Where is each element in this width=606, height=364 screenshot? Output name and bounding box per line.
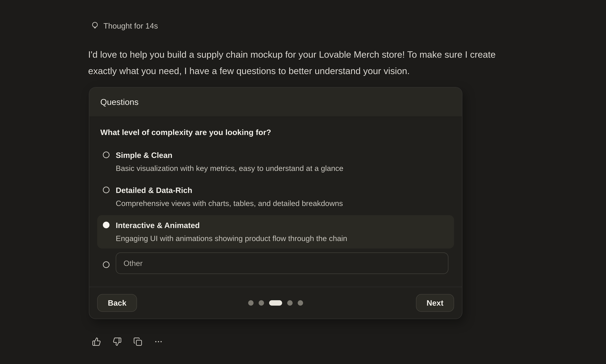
pagination-dot bbox=[298, 300, 303, 306]
radio-unselected-icon[interactable] bbox=[103, 261, 109, 268]
option-title: Simple & Clean bbox=[116, 149, 343, 162]
copy-button[interactable] bbox=[133, 337, 142, 346]
more-options-icon bbox=[154, 337, 163, 346]
option-title: Detailed & Data-Rich bbox=[116, 184, 343, 197]
option-description: Comprehensive views with charts, tables,… bbox=[116, 197, 343, 210]
option-detailed-data-rich[interactable]: Detailed & Data-Rich Comprehensive views… bbox=[97, 180, 454, 213]
questions-card-body: What level of complexity are you looking… bbox=[89, 117, 462, 287]
pagination-dot bbox=[287, 300, 293, 306]
option-simple-clean[interactable]: Simple & Clean Basic visualization with … bbox=[97, 145, 454, 178]
option-description: Engaging UI with animations showing prod… bbox=[116, 232, 347, 245]
thumbs-up-icon bbox=[92, 337, 101, 346]
thought-toggle[interactable]: Thought for 14s bbox=[88, 21, 158, 31]
questions-card-footer: Back Next bbox=[89, 287, 462, 319]
lightbulb-icon bbox=[90, 21, 100, 31]
message-line-2: exactly what you need, I have a few ques… bbox=[88, 63, 606, 79]
radio-unselected-icon[interactable] bbox=[103, 187, 109, 193]
pagination-dot bbox=[259, 300, 264, 306]
back-button[interactable]: Back bbox=[97, 294, 137, 312]
next-button[interactable]: Next bbox=[416, 294, 454, 312]
option-title: Interactive & Animated bbox=[116, 219, 347, 232]
option-interactive-animated[interactable]: Interactive & Animated Engaging UI with … bbox=[97, 215, 454, 248]
pagination-dots bbox=[248, 300, 303, 306]
assistant-message: Thought for 14s I'd love to help you bui… bbox=[0, 0, 606, 346]
questions-card: Questions What level of complexity are y… bbox=[89, 87, 462, 319]
radio-selected-icon[interactable] bbox=[103, 222, 109, 228]
thumbs-up-button[interactable] bbox=[92, 337, 101, 346]
question-text: What level of complexity are you looking… bbox=[97, 128, 454, 137]
card-title: Questions bbox=[100, 97, 138, 107]
message-text: I'd love to help you build a supply chai… bbox=[88, 46, 606, 79]
more-options-button[interactable] bbox=[154, 337, 163, 346]
thought-label: Thought for 14s bbox=[103, 21, 158, 30]
radio-unselected-icon[interactable] bbox=[103, 152, 109, 158]
option-description: Basic visualization with key metrics, ea… bbox=[116, 162, 343, 175]
pagination-dot bbox=[248, 300, 254, 306]
thumbs-down-button[interactable] bbox=[113, 337, 122, 346]
questions-card-header: Questions bbox=[89, 88, 462, 117]
thumbs-down-icon bbox=[113, 337, 122, 346]
message-line-1: I'd love to help you build a supply chai… bbox=[88, 46, 606, 63]
copy-icon bbox=[133, 337, 142, 346]
other-text-input[interactable] bbox=[116, 252, 448, 274]
pagination-dot-active bbox=[269, 300, 282, 306]
message-actions bbox=[88, 337, 606, 346]
option-other[interactable] bbox=[97, 250, 454, 275]
